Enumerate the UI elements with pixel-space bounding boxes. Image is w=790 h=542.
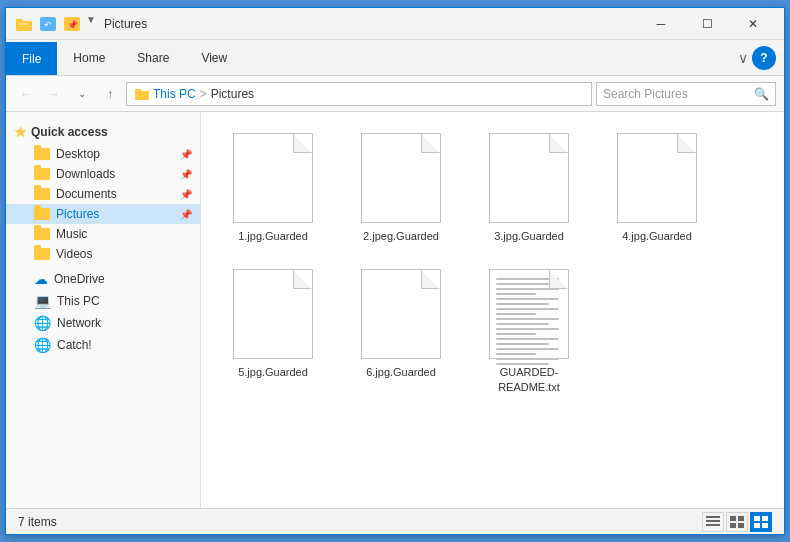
tab-home[interactable]: Home — [57, 40, 121, 75]
address-path[interactable]: This PC > Pictures — [126, 82, 592, 106]
file-name-1: 1.jpg.Guarded — [238, 229, 308, 243]
tab-file[interactable]: File — [6, 42, 57, 75]
file-item-6jpg[interactable]: 6.jpg.Guarded — [341, 260, 461, 403]
file-item-5jpg[interactable]: 5.jpg.Guarded — [213, 260, 333, 403]
line9 — [496, 318, 559, 320]
svg-text:📌: 📌 — [67, 19, 79, 31]
tab-view[interactable]: View — [185, 40, 243, 75]
line1 — [496, 278, 559, 280]
svg-rect-0 — [16, 21, 32, 31]
path-pictures: Pictures — [211, 87, 254, 101]
file-thumb-3 — [489, 133, 569, 223]
file-item-1jpg[interactable]: 1.jpg.Guarded — [213, 124, 333, 252]
file-thumb-1 — [233, 133, 313, 223]
line4 — [496, 293, 536, 295]
search-box[interactable]: Search Pictures 🔍 — [596, 82, 776, 106]
file-item-4jpg[interactable]: 4.jpg.Guarded — [597, 124, 717, 252]
sidebar-item-documents[interactable]: Documents 📌 — [6, 184, 200, 204]
line16 — [496, 353, 536, 355]
dropdown-arrow[interactable]: ▼ — [86, 14, 96, 34]
sidebar-item-downloads[interactable]: Downloads 📌 — [6, 164, 200, 184]
sidebar-item-thispc[interactable]: 💻 This PC — [6, 290, 200, 312]
sidebar-item-catch[interactable]: 🌐 Catch! — [6, 334, 200, 356]
active-view-icon — [754, 516, 768, 528]
catch-icon: 🌐 — [34, 337, 51, 353]
file-item-2jpeg[interactable]: 2.jpeg.Guarded — [341, 124, 461, 252]
file-thumb-6 — [361, 269, 441, 359]
svg-rect-17 — [762, 516, 768, 521]
large-icons-view-button[interactable] — [726, 512, 748, 532]
svg-rect-2 — [18, 23, 28, 25]
desktop-folder-icon — [34, 148, 50, 160]
downloads-folder-icon — [34, 168, 50, 180]
pictures-label: Pictures — [56, 207, 99, 221]
quick-access-label: Quick access — [31, 125, 108, 139]
window-title: Pictures — [104, 17, 638, 31]
line13 — [496, 338, 559, 340]
file-name-3: 3.jpg.Guarded — [494, 229, 564, 243]
desktop-pin-icon: 📌 — [180, 149, 192, 160]
help-button[interactable]: ? — [752, 46, 776, 70]
sidebar-item-pictures[interactable]: Pictures 📌 — [6, 204, 200, 224]
svg-rect-1 — [16, 19, 23, 22]
search-placeholder-text: Search Pictures — [603, 87, 750, 101]
line8 — [496, 313, 536, 315]
tab-share[interactable]: Share — [121, 40, 185, 75]
desktop-label: Desktop — [56, 147, 100, 161]
quick-access-icon — [14, 14, 34, 34]
documents-pin-icon: 📌 — [180, 189, 192, 200]
readme-lines — [490, 270, 568, 371]
line5 — [496, 298, 559, 300]
documents-folder-icon — [34, 188, 50, 200]
item-count: 7 items — [18, 515, 57, 529]
svg-rect-15 — [738, 523, 744, 528]
videos-folder-icon — [34, 248, 50, 260]
sidebar-item-network[interactable]: 🌐 Network — [6, 312, 200, 334]
svg-rect-11 — [706, 524, 720, 526]
svg-rect-16 — [754, 516, 760, 521]
pictures-pin-icon: 📌 — [180, 209, 192, 220]
line17 — [496, 358, 559, 360]
details-view-button[interactable] — [702, 512, 724, 532]
line12 — [496, 333, 536, 335]
forward-button[interactable]: → — [42, 82, 66, 106]
sidebar-item-onedrive[interactable]: ☁ OneDrive — [6, 268, 200, 290]
sidebar: ★ Quick access Desktop 📌 Downloads 📌 Doc… — [6, 112, 201, 508]
line6 — [496, 303, 549, 305]
close-button[interactable]: ✕ — [730, 8, 776, 40]
back-button[interactable]: ← — [14, 82, 38, 106]
sidebar-item-videos[interactable]: Videos — [6, 244, 200, 264]
undo-icon[interactable]: ↶ — [38, 14, 58, 34]
sidebar-quick-access-header[interactable]: ★ Quick access — [6, 120, 200, 144]
large-icons-view-icon — [730, 516, 744, 528]
network-label: Network — [57, 316, 101, 330]
svg-rect-9 — [706, 516, 720, 518]
svg-rect-18 — [754, 523, 760, 528]
title-icons: ↶ 📌 ▼ — [14, 14, 96, 34]
file-item-3jpg[interactable]: 3.jpg.Guarded — [469, 124, 589, 252]
collapse-ribbon-icon[interactable]: ∨ — [738, 50, 748, 66]
file-area: 1.jpg.Guarded 2.jpeg.Guarded 3.jpg.Guard… — [201, 112, 784, 508]
catch-label: Catch! — [57, 338, 92, 352]
music-folder-icon — [34, 228, 50, 240]
file-thumb-readme — [489, 269, 569, 359]
up-button[interactable]: ↑ — [98, 82, 122, 106]
view-controls — [702, 512, 772, 532]
file-thumb-2 — [361, 133, 441, 223]
minimize-button[interactable]: ─ — [638, 8, 684, 40]
onedrive-icon: ☁ — [34, 271, 48, 287]
sidebar-item-music[interactable]: Music — [6, 224, 200, 244]
sidebar-item-desktop[interactable]: Desktop 📌 — [6, 144, 200, 164]
details-view-icon — [706, 516, 720, 528]
file-name-2: 2.jpeg.Guarded — [363, 229, 439, 243]
ribbon: File Home Share View ∨ ? — [6, 40, 784, 76]
line11 — [496, 328, 559, 330]
pin-icon[interactable]: 📌 — [62, 14, 82, 34]
search-icon: 🔍 — [754, 87, 769, 101]
window-controls: ─ ☐ ✕ — [638, 8, 776, 40]
maximize-button[interactable]: ☐ — [684, 8, 730, 40]
downloads-label: Downloads — [56, 167, 115, 181]
file-thumb-5 — [233, 269, 313, 359]
dropdown-recent-button[interactable]: ⌄ — [70, 82, 94, 106]
file-item-readme[interactable]: GUARDED-README.txt — [469, 260, 589, 403]
